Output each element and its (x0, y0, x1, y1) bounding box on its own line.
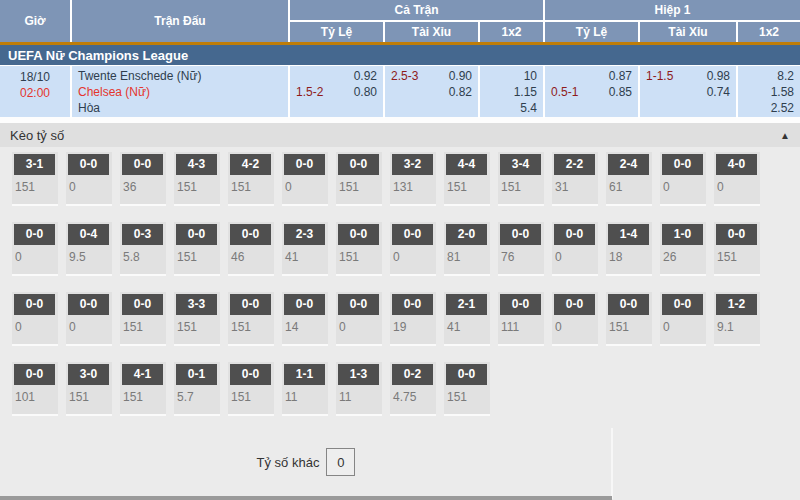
score-odds-cell[interactable]: 0-0151 (336, 152, 382, 206)
score-odds-cell[interactable]: 4-1151 (120, 362, 166, 416)
score-odds-cell[interactable]: 0-35.8 (120, 222, 166, 276)
score-odds-cell[interactable]: 0-046 (228, 222, 274, 276)
full-under-odds[interactable]: 0.82 (449, 84, 472, 100)
score-odds-cell[interactable]: 3-1151 (12, 152, 58, 206)
score-chip: 0-0 (554, 294, 595, 315)
score-odds-cell[interactable]: 0-00 (336, 292, 382, 346)
score-odds-cell[interactable]: 0-00 (12, 292, 58, 346)
half-handicap-away-odds[interactable]: 0.85 (609, 84, 632, 100)
score-odds-cell[interactable]: 0-0151 (174, 222, 220, 276)
panel-edge-divider (611, 428, 613, 499)
full-handicap-away-odds[interactable]: 0.80 (354, 84, 377, 100)
score-chip: 0-4 (68, 224, 109, 245)
score-odds-cell[interactable]: 0-019 (390, 292, 436, 346)
score-row: 0-000-000-01513-31510-01510-0140-000-019… (12, 292, 800, 346)
score-odds-cell[interactable]: 0-0151 (228, 292, 274, 346)
half-over-odds[interactable]: 0.98 (707, 68, 730, 84)
score-chip: 3-3 (176, 294, 217, 315)
score-odds-cell[interactable]: 1-418 (606, 222, 652, 276)
score-odds-cell[interactable]: 1-026 (660, 222, 706, 276)
score-odds-cell[interactable]: 0-0151 (228, 362, 274, 416)
half-1x2-home[interactable]: 8.2 (744, 68, 794, 84)
score-odds-cell[interactable]: 2-141 (444, 292, 490, 346)
score-odds-cell[interactable]: 0-0111 (498, 292, 544, 346)
half-handicap-home-odds[interactable]: 0.87 (609, 68, 632, 84)
score-odds-cell[interactable]: 0-014 (282, 292, 328, 346)
score-odds-cell[interactable]: 4-2151 (228, 152, 274, 206)
score-odds-cell[interactable]: 1-29.1 (714, 292, 760, 346)
score-odds-cell[interactable]: 2-461 (606, 152, 652, 206)
score-odds-cell[interactable]: 0-49.5 (66, 222, 112, 276)
score-chip: 0-0 (14, 294, 55, 315)
score-odds-cell[interactable]: 3-2131 (390, 152, 436, 206)
score-odds-cell[interactable]: 3-4151 (498, 152, 544, 206)
score-odds-cell[interactable]: 3-3151 (174, 292, 220, 346)
score-odds-cell[interactable]: 0-00 (66, 292, 112, 346)
score-odds-cell[interactable]: 0-0151 (444, 362, 490, 416)
score-odds-cell[interactable]: 0-24.75 (390, 362, 436, 416)
full-over-odds[interactable]: 0.90 (449, 68, 472, 84)
score-odds-value: 151 (66, 390, 112, 404)
full-1x2-home[interactable]: 10 (486, 68, 537, 84)
score-odds-cell[interactable]: 0-036 (120, 152, 166, 206)
score-odds-cell[interactable]: 0-0151 (336, 222, 382, 276)
score-chip: 1-0 (662, 224, 703, 245)
score-odds-cell[interactable]: 4-4151 (444, 152, 490, 206)
score-odds-cell[interactable]: 0-00 (390, 222, 436, 276)
score-odds-cell[interactable]: 0-0151 (714, 222, 760, 276)
score-odds-cell[interactable]: 0-15.7 (174, 362, 220, 416)
score-odds-cell[interactable]: 0-076 (498, 222, 544, 276)
half-overunder-cell[interactable]: 1-1.50.98 0.74 (640, 66, 738, 118)
score-row: 0-000-49.50-35.80-01510-0462-3410-01510-… (12, 222, 800, 276)
half-1x2-cell[interactable]: 8.2 1.58 2.52 (738, 66, 800, 118)
score-odds-cell[interactable]: 0-00 (66, 152, 112, 206)
score-odds-cell[interactable]: 2-081 (444, 222, 490, 276)
full-handicap-cell[interactable]: 0.92 1.5-20.80 (290, 66, 385, 118)
full-handicap-home-odds[interactable]: 0.92 (354, 68, 377, 84)
draw-label: Hòa (78, 100, 282, 116)
horizontal-scrollbar[interactable] (0, 496, 612, 500)
score-chip: 2-1 (446, 294, 487, 315)
score-odds-value: 151 (444, 180, 490, 194)
score-chip: 0-0 (662, 154, 703, 175)
full-overunder-cell[interactable]: 2.5-30.90 0.82 (385, 66, 480, 118)
score-odds-cell[interactable]: 0-00 (660, 152, 706, 206)
score-chip: 3-1 (14, 154, 55, 175)
score-chip: 0-0 (284, 294, 325, 315)
score-odds-cell[interactable]: 1-311 (336, 362, 382, 416)
half-1x2-draw[interactable]: 2.52 (744, 100, 794, 116)
correct-score-header[interactable]: Kèo tỷ số ▲ (0, 123, 800, 147)
score-odds-cell[interactable]: 0-0151 (606, 292, 652, 346)
score-odds-cell[interactable]: 4-00 (714, 152, 760, 206)
half-under-odds[interactable]: 0.74 (707, 84, 730, 100)
score-odds-cell[interactable]: 0-00 (552, 292, 598, 346)
league-title: UEFA Nữ Champions League (8, 48, 188, 63)
full-1x2-draw[interactable]: 5.4 (486, 100, 537, 116)
half-ou-line: 1-1.5 (646, 68, 673, 84)
score-odds-cell[interactable]: 0-00 (552, 222, 598, 276)
score-odds-cell[interactable]: 0-00 (660, 292, 706, 346)
full-1x2-cell[interactable]: 10 1.15 5.4 (480, 66, 545, 118)
score-odds-value: 18 (606, 250, 652, 264)
score-odds-cell[interactable]: 0-0151 (120, 292, 166, 346)
full-1x2-away[interactable]: 1.15 (486, 84, 537, 100)
score-odds-cell[interactable]: 4-3151 (174, 152, 220, 206)
score-odds-cell[interactable]: 0-00 (282, 152, 328, 206)
score-odds-cell[interactable]: 0-00 (12, 222, 58, 276)
score-odds-value: 151 (444, 390, 490, 404)
collapse-icon[interactable]: ▲ (780, 130, 790, 141)
score-chip: 0-0 (716, 224, 757, 245)
half-handicap-cell[interactable]: 0.87 0.5-10.85 (545, 66, 640, 118)
header-full-handicap: Tỷ Lệ (290, 22, 385, 42)
header-match: Trận Đấu (72, 0, 290, 42)
home-team: Twente Enschede (Nữ) (78, 68, 282, 84)
score-odds-value: 151 (498, 180, 544, 194)
score-odds-cell[interactable]: 3-0151 (66, 362, 112, 416)
half-1x2-away[interactable]: 1.58 (744, 84, 794, 100)
score-odds-cell[interactable]: 0-0101 (12, 362, 58, 416)
other-score-input[interactable]: 0 (326, 448, 355, 476)
score-odds-cell[interactable]: 2-341 (282, 222, 328, 276)
score-odds-cell[interactable]: 2-231 (552, 152, 598, 206)
score-odds-value: 46 (228, 250, 274, 264)
score-odds-cell[interactable]: 1-111 (282, 362, 328, 416)
